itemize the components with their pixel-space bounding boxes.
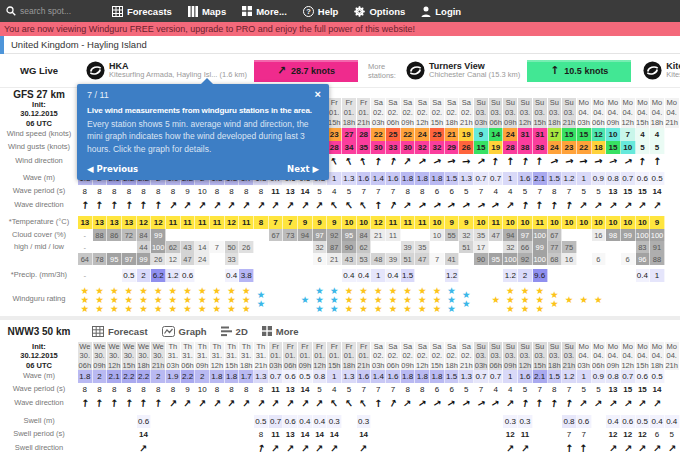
direction-arrow-icon: ↑ [636,442,650,452]
forecast-cell [239,229,254,241]
column-header: Sa02.21h [459,88,474,128]
forecast-cell [489,241,504,253]
forecast-cell: 15 [621,383,636,396]
forecast-cell: 1.6 [518,370,533,383]
direction-arrow-icon: ↑ [195,199,208,213]
forecast-cell [665,241,680,253]
previous-button[interactable]: ◀ Previous [87,164,138,174]
station-kitesurfing[interactable]: Kitesurfing Ar Kitesurfing Armad [643,61,680,80]
forecast-cell: 9 [650,216,665,229]
forecast-cell: 35 [415,241,430,253]
tab-forecast[interactable]: Forecast [92,326,148,337]
forecast-cell: 1.3 [459,172,474,185]
forecast-cell: 2 [137,269,152,282]
forecast-cell: 7 [562,185,577,198]
forecast-cell [371,415,386,428]
forecast-cell: ↑ [592,396,607,411]
forecast-cell: ★★★ [386,282,401,316]
forecast-cell: ↑ [415,154,430,169]
forecast-cell: 55 [445,229,460,241]
live-wind-badge-hka[interactable]: ↑ 28.7 knots [254,60,358,82]
forecast-cell [621,241,636,253]
forecast-cell: 10 [357,216,372,229]
forecast-cell: 32 [313,241,328,253]
nww3-tabs-row: NWW3 50 km Forecast Graph 2D [0,320,680,342]
direction-arrow-icon: ↑ [139,200,148,212]
direction-arrow-icon: ↑ [459,397,473,410]
forecast-cell: 0.5 [650,172,665,185]
forecast-cell: 5 [592,185,607,198]
forecast-cell: ↑ [401,198,416,213]
forecast-cell: 5 [313,185,328,198]
forecast-cell: 0.6 [621,415,636,428]
forecast-cell: 15 [577,128,592,141]
forecast-cell: 10 [195,185,210,198]
forecast-cell: 8 [401,383,416,396]
forecast-cell: ★ [577,282,592,316]
forecast-cell: 0.4 [342,269,357,282]
forecast-cell [386,441,401,452]
rating-star-icon: ★ [154,304,163,313]
live-wind-badge-turners[interactable]: ↑ 10.5 knots [527,60,631,82]
forecast-cell: ↑ [577,154,592,169]
nav-item-login[interactable]: Login [413,0,469,22]
close-icon[interactable]: × [315,88,321,100]
forecast-cell: 1.3 [342,370,357,383]
column-header: Mo04.09h [606,88,621,128]
nav-item-options[interactable]: Options [346,0,413,22]
rating-star-icon: ★ [418,304,427,313]
search-input[interactable] [20,6,90,16]
forecast-cell: 19 [459,128,474,141]
direction-arrow-icon: ↑ [195,397,208,411]
nav-item-maps[interactable]: Maps [180,0,234,22]
next-button[interactable]: Next ▶ [287,164,319,174]
rating-star-icon: ★ [198,304,207,313]
nav-item-more[interactable]: More... [234,0,295,22]
direction-arrow-icon: ↑ [166,199,179,213]
forecast-cell: ↑ [489,154,504,169]
station-hka[interactable]: HKA Kitesurfing Armada, Hayling Isl... (… [86,61,247,80]
forecast-cell: ↑ [93,198,108,213]
forecast-cell [210,229,225,241]
tab-2d[interactable]: 2D [221,326,248,337]
column-header: Fr01.21h [357,88,372,128]
station-turners-view[interactable]: Turners View Chichester Canal (15.3 km) [406,61,520,80]
direction-arrow-icon: ↑ [430,397,444,410]
tab-more[interactable]: More [262,326,299,337]
forecast-cell: 16 [562,253,577,265]
rating-star-icon: ★ [447,304,456,313]
direction-arrow-icon: ↑ [343,155,355,169]
column-header: We30.09h [93,342,108,370]
forecast-cell [621,282,636,316]
column-header: We30.21h [151,342,166,370]
forecast-cell: 23 [562,141,577,154]
forecast-cell: ↑ [78,396,93,411]
nww3-forecast-table: NWW3 50 km Forecast Graph 2D [0,320,680,452]
forecast-cell: 12 [225,216,240,229]
column-header: Mo04.15h [636,342,651,370]
column-header: Mo04.09h [606,342,621,370]
breadcrumb[interactable]: United Kingdom - Hayling Island [0,36,680,54]
direction-arrow-icon: ↑ [579,443,588,452]
forecast-cell: 27 [342,128,357,141]
nww3-title: NWW3 50 km [0,326,78,337]
direction-arrow-icon: ↑ [535,156,544,168]
nav-item-help[interactable]: ? Help [295,0,347,22]
forecast-cell: 8 [107,383,122,396]
forecast-cell [401,428,416,441]
search-box[interactable] [6,6,94,16]
forecast-cell: 14 [298,383,313,396]
station-detail: Kitesurfing Armad [666,71,680,80]
forecast-cell: 7 [357,383,372,396]
nav-item-forecasts[interactable]: Forecasts [104,0,180,22]
tab-graph[interactable]: Graph [162,326,207,337]
column-header: Sa02.09h [401,342,416,370]
forecast-cell [577,269,592,282]
forecast-cell [269,253,284,265]
forecast-cell: 87 [327,241,342,253]
forecast-cell: ↑ [650,396,665,411]
forecast-cell: ↑ [503,198,518,213]
column-header: Sa02.06h [386,88,401,128]
nav-item-label: Forecasts [127,6,172,17]
direction-arrow-icon: ↑ [577,397,591,411]
